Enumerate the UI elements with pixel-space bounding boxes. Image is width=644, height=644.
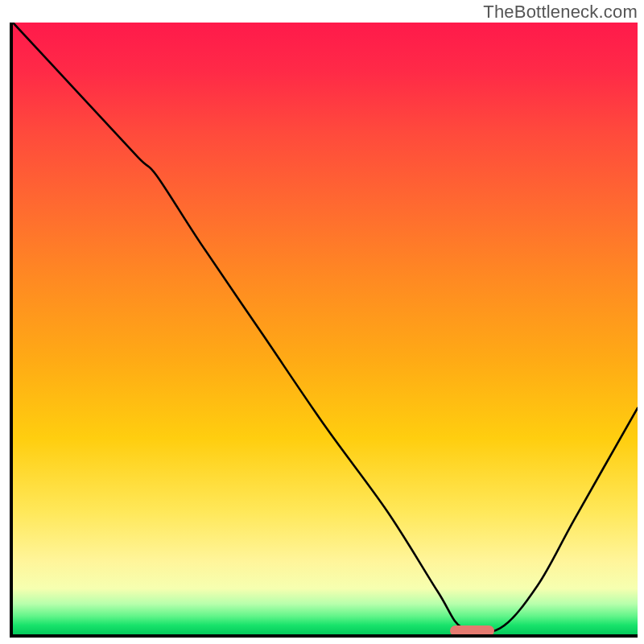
bottleneck-curve-path	[13, 23, 638, 634]
bottleneck-chart: TheBottleneck.com	[0, 0, 644, 644]
plot-area	[10, 23, 638, 638]
watermark-text: TheBottleneck.com	[483, 2, 638, 23]
curve-svg	[13, 23, 638, 634]
optimal-range-marker	[450, 625, 493, 636]
